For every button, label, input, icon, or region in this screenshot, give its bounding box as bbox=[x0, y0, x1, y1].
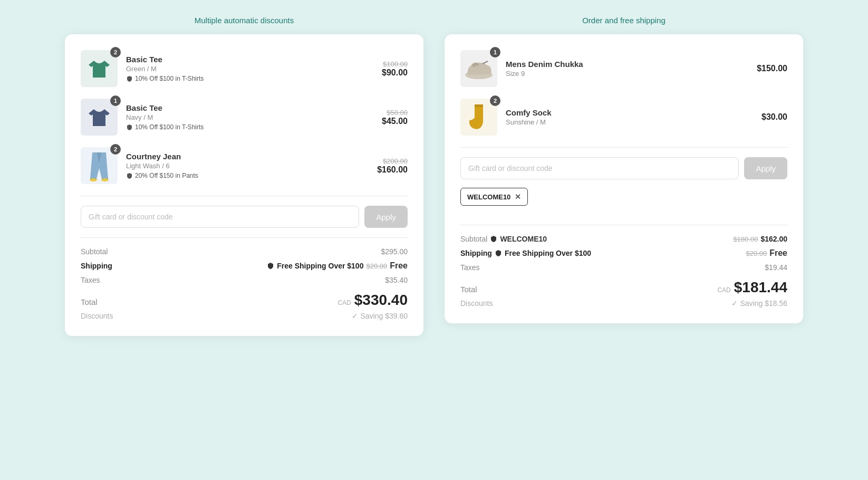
product-item-basic-tee-navy: 1 Basic Tee Navy / M 10% Off $100 in T-S… bbox=[81, 99, 408, 136]
product-price-3: $200.00 $160.00 bbox=[377, 157, 408, 175]
left-panel: 2 Basic Tee Green / M 10% Off $100 in T-… bbox=[65, 34, 423, 336]
discounts-label-left: Discounts bbox=[81, 312, 113, 320]
shipping-current-left: Free bbox=[390, 261, 408, 271]
apply-button-right[interactable]: Apply bbox=[744, 157, 787, 179]
product-name-shoe: Mens Denim Chukka bbox=[506, 60, 748, 69]
discounts-label-right: Discounts bbox=[460, 299, 493, 308]
summary-taxes-row-left: Taxes $35.40 bbox=[81, 276, 408, 284]
subtotal-value-left: $295.00 bbox=[381, 247, 408, 256]
right-panel-title: Order and free shipping bbox=[582, 16, 666, 25]
total-amount-left: $330.40 bbox=[354, 292, 408, 309]
savings-value-right: ✓ Saving $18.56 bbox=[731, 299, 787, 308]
savings-row-left: Discounts ✓ Saving $39.60 bbox=[81, 312, 408, 320]
apply-button-left[interactable]: Apply bbox=[364, 206, 408, 228]
savings-amount-right: Saving $18.56 bbox=[740, 299, 787, 308]
product-image-wrap-sock: 2 bbox=[460, 99, 497, 136]
total-currency-right: CAD bbox=[717, 286, 730, 294]
product-variant-sock: Sunshine / M bbox=[506, 118, 753, 126]
remove-code-button[interactable]: ✕ bbox=[515, 193, 521, 201]
subtotal-discount-label-right: WELCOME10 bbox=[500, 235, 547, 243]
product-image-wrap-3: 2 bbox=[81, 147, 118, 184]
total-amount-right: $181.44 bbox=[734, 279, 787, 296]
price-original-3: $200.00 bbox=[377, 157, 408, 165]
svg-line-5 bbox=[483, 61, 488, 64]
product-price-2: $50.00 $45.00 bbox=[382, 109, 408, 126]
product-info-3: Courtney Jean Light Wash / 6 20% Off $15… bbox=[126, 152, 369, 179]
right-panel-wrapper: Order and free shipping 1 Mens bbox=[445, 16, 803, 323]
summary-shipping-row-left: Shipping Free Shipping Over $100 $20.00 … bbox=[81, 261, 408, 271]
subtotal-original-right: $180.00 bbox=[733, 235, 758, 243]
discount-shield-icon-2 bbox=[126, 124, 133, 131]
savings-row-right: Discounts ✓ Saving $18.56 bbox=[460, 299, 787, 308]
jeans-icon bbox=[86, 150, 112, 181]
applied-code-tag: WELCOME10 ✕ bbox=[460, 188, 528, 206]
product-item-courtney-jean: 2 Courtney Jean Light Wash / 6 20% Off $… bbox=[81, 147, 408, 184]
product-price-1: $100.00 $90.00 bbox=[382, 60, 408, 78]
product-image-wrap-2: 1 bbox=[81, 99, 118, 136]
product-variant-shoe: Size 9 bbox=[506, 70, 748, 78]
product-variant-1: Green / M bbox=[126, 65, 373, 73]
summary-subtotal-row-right: Subtotal WELCOME10 $180.00 $162.00 bbox=[460, 235, 787, 243]
product-badge-2: 1 bbox=[110, 95, 121, 106]
summary-taxes-row-right: Taxes $19.44 bbox=[460, 263, 787, 272]
total-label-left: Total bbox=[81, 297, 98, 306]
shipping-tag-icon-right bbox=[495, 249, 502, 257]
svg-point-2 bbox=[90, 178, 97, 181]
total-value-right: CAD $181.44 bbox=[717, 279, 787, 296]
price-shoe: $150.00 bbox=[757, 64, 787, 73]
sock-icon bbox=[465, 102, 493, 132]
check-icon-left: ✓ bbox=[352, 312, 358, 320]
product-info-shoe: Mens Denim Chukka Size 9 bbox=[506, 60, 748, 78]
shipping-info-left: Free Shipping Over $100 $20.00 Free bbox=[267, 261, 408, 271]
shipping-original-left: $20.00 bbox=[366, 262, 387, 270]
product-item-denim-chukka: 1 Mens Denim Chukka Size 9 $150.00 bbox=[460, 50, 787, 87]
price-current-1: $90.00 bbox=[382, 68, 408, 78]
product-badge-shoe: 1 bbox=[490, 47, 500, 57]
product-discount-2: 10% Off $100 in T-Shirts bbox=[126, 123, 373, 131]
subtotal-tag-icon-right bbox=[490, 235, 497, 243]
discount-label-2: 10% Off $100 in T-Shirts bbox=[135, 123, 204, 131]
total-row-left: Total CAD $330.40 bbox=[81, 292, 408, 309]
product-badge-3: 2 bbox=[110, 144, 121, 155]
divider-2 bbox=[81, 237, 408, 238]
tshirt-green-icon bbox=[86, 55, 112, 82]
discount-input-row-left: Apply bbox=[81, 206, 408, 228]
taxes-label-right: Taxes bbox=[460, 263, 480, 272]
product-image-wrap-shoe: 1 bbox=[460, 50, 497, 87]
price-original-2: $50.00 bbox=[382, 109, 408, 117]
shipping-info-right: Shipping Free Shipping Over $100 bbox=[460, 249, 591, 257]
discount-code-input-left[interactable] bbox=[81, 206, 359, 228]
subtotal-with-discount-right: Subtotal WELCOME10 bbox=[460, 235, 547, 243]
product-price-shoe: $150.00 bbox=[757, 64, 787, 73]
total-row-right: Total CAD $181.44 bbox=[460, 279, 787, 296]
subtotal-label-right: Subtotal bbox=[460, 235, 487, 243]
product-item-basic-tee-green: 2 Basic Tee Green / M 10% Off $100 in T-… bbox=[81, 50, 408, 87]
total-label-right: Total bbox=[460, 285, 477, 294]
product-variant-2: Navy / M bbox=[126, 113, 373, 121]
discount-shield-icon-1 bbox=[126, 75, 133, 82]
price-current-3: $160.00 bbox=[377, 165, 408, 175]
product-discount-3: 20% Off $150 in Pants bbox=[126, 172, 369, 179]
shipping-original-right: $20.00 bbox=[746, 249, 767, 257]
product-discount-1: 10% Off $100 in T-Shirts bbox=[126, 75, 373, 82]
product-info-2: Basic Tee Navy / M 10% Off $100 in T-Shi… bbox=[126, 103, 373, 131]
shipping-label-left: Shipping bbox=[81, 262, 112, 270]
taxes-value-left: $35.40 bbox=[385, 276, 408, 284]
subtotal-current-right: $162.00 bbox=[760, 235, 787, 243]
subtotal-prices-right: $180.00 $162.00 bbox=[733, 235, 787, 243]
discount-shield-icon-3 bbox=[126, 172, 133, 179]
product-name-2: Basic Tee bbox=[126, 103, 373, 112]
price-sock: $30.00 bbox=[761, 112, 787, 122]
shipping-prices-right: $20.00 Free bbox=[746, 248, 787, 258]
shipping-current-right: Free bbox=[769, 248, 787, 258]
discount-code-input-right[interactable] bbox=[460, 157, 739, 179]
price-original-1: $100.00 bbox=[382, 60, 408, 68]
divider-1 bbox=[81, 196, 408, 196]
right-panel: 1 Mens Denim Chukka Size 9 $150.00 2 bbox=[445, 34, 803, 323]
subtotal-label-left: Subtotal bbox=[81, 247, 108, 256]
shipping-discount-label-right: Free Shipping Over $100 bbox=[505, 249, 591, 257]
tshirt-navy-icon bbox=[86, 104, 112, 130]
savings-amount-left: Saving $39.60 bbox=[360, 312, 408, 320]
product-info-sock: Comfy Sock Sunshine / M bbox=[506, 108, 753, 126]
product-name-sock: Comfy Sock bbox=[506, 108, 753, 117]
